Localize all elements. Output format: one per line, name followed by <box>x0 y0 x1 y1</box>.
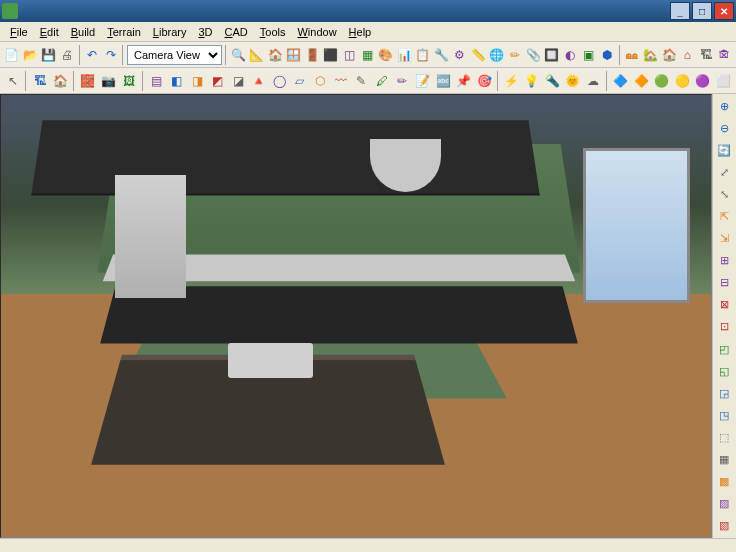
layout-icon[interactable]: ◰ <box>713 339 735 360</box>
tool-icon[interactable]: 🎯 <box>474 70 493 92</box>
pen-icon[interactable]: 🖊 <box>372 70 391 92</box>
3d-viewport[interactable] <box>0 94 712 538</box>
camera-icon[interactable]: 📷 <box>99 70 118 92</box>
tool-icon[interactable]: 🔶 <box>631 70 650 92</box>
view-icon[interactable]: ⊠ <box>713 294 735 315</box>
layout-icon[interactable]: ◳ <box>713 405 735 426</box>
zoom-out-icon[interactable]: ⊖ <box>713 118 735 139</box>
pattern-icon[interactable]: ▩ <box>713 471 735 492</box>
menu-window[interactable]: Window <box>291 24 342 40</box>
layout-icon[interactable]: ◲ <box>713 383 735 404</box>
tool-icon[interactable]: 🔦 <box>543 70 562 92</box>
tool-icon[interactable]: 🏗 <box>30 70 49 92</box>
light-icon[interactable]: ⚡ <box>502 70 521 92</box>
house-icon[interactable]: 🏚 <box>716 44 733 66</box>
tool-icon[interactable]: 🟣 <box>693 70 712 92</box>
tool-icon[interactable]: ▣ <box>580 44 597 66</box>
menu-cad[interactable]: CAD <box>219 24 254 40</box>
tool-icon[interactable]: ◧ <box>167 70 186 92</box>
pencil-icon[interactable]: ✎ <box>351 70 370 92</box>
tool-icon[interactable]: 🔺 <box>249 70 268 92</box>
grid-icon[interactable]: ⊟ <box>713 272 735 293</box>
house-icon[interactable]: 🏡 <box>642 44 659 66</box>
light-icon[interactable]: 💡 <box>522 70 541 92</box>
menu-file[interactable]: File <box>4 24 34 40</box>
refresh-icon[interactable]: 🔄 <box>713 140 735 161</box>
layout-icon[interactable]: ◱ <box>713 361 735 382</box>
new-icon[interactable]: 📄 <box>3 44 20 66</box>
tool-icon[interactable]: ⚙ <box>451 44 468 66</box>
tool-icon[interactable]: ▤ <box>147 70 166 92</box>
tool-icon[interactable]: ⬛ <box>322 44 339 66</box>
tool-icon[interactable]: 📋 <box>414 44 431 66</box>
tool-icon[interactable]: ◩ <box>208 70 227 92</box>
menu-3d[interactable]: 3D <box>192 24 218 40</box>
menu-tools[interactable]: Tools <box>254 24 292 40</box>
pattern-icon[interactable]: ⬚ <box>713 427 735 448</box>
redo-icon[interactable]: ↷ <box>102 44 119 66</box>
tool-icon[interactable]: 📎 <box>525 44 542 66</box>
tool-icon[interactable]: 🚪 <box>304 44 321 66</box>
house-icon[interactable]: 🏗 <box>697 44 714 66</box>
minimize-button[interactable]: _ <box>670 2 690 20</box>
expand-icon[interactable]: ⤢ <box>713 162 735 183</box>
tool-icon[interactable]: 📝 <box>413 70 432 92</box>
pin-icon[interactable]: 📌 <box>454 70 473 92</box>
tool-icon[interactable]: 📐 <box>248 44 265 66</box>
menu-help[interactable]: Help <box>343 24 378 40</box>
collapse-icon[interactable]: ⤡ <box>713 184 735 205</box>
menu-build[interactable]: Build <box>65 24 101 40</box>
tool-icon[interactable]: ⬡ <box>310 70 329 92</box>
pattern-icon[interactable]: ▨ <box>713 493 735 514</box>
tool-icon[interactable]: ◫ <box>340 44 357 66</box>
tool-icon[interactable]: ▦ <box>359 44 376 66</box>
pattern-icon[interactable]: ▦ <box>713 449 735 470</box>
menu-library[interactable]: Library <box>147 24 193 40</box>
tool-icon[interactable]: 🟡 <box>672 70 691 92</box>
select-icon[interactable]: ↖ <box>3 70 22 92</box>
tool-icon[interactable]: 🟢 <box>652 70 671 92</box>
house-icon[interactable]: 🏠 <box>660 44 677 66</box>
tool-icon[interactable]: 🏠 <box>51 70 70 92</box>
save-icon[interactable]: 💾 <box>40 44 57 66</box>
tool-icon[interactable]: 🔲 <box>543 44 560 66</box>
tool-icon[interactable]: ◨ <box>188 70 207 92</box>
menu-terrain[interactable]: Terrain <box>101 24 147 40</box>
tool-icon[interactable]: 🪟 <box>285 44 302 66</box>
undo-icon[interactable]: ↶ <box>83 44 100 66</box>
pattern-icon[interactable]: ▧ <box>713 515 735 536</box>
tool-icon[interactable]: ✏ <box>392 70 411 92</box>
tool-icon[interactable]: 〰 <box>331 70 350 92</box>
open-icon[interactable]: 📂 <box>21 44 38 66</box>
tool-icon[interactable]: 🔧 <box>432 44 449 66</box>
tool-icon[interactable]: ◪ <box>228 70 247 92</box>
tool-icon[interactable]: ⬜ <box>713 70 732 92</box>
tool-icon[interactable]: ✏ <box>506 44 523 66</box>
maximize-button[interactable]: □ <box>692 2 712 20</box>
tool-icon[interactable]: 🌐 <box>488 44 505 66</box>
tool-icon[interactable]: ⬢ <box>598 44 615 66</box>
menu-edit[interactable]: Edit <box>34 24 65 40</box>
tool-icon[interactable]: ◯ <box>269 70 288 92</box>
tool-icon[interactable]: ▱ <box>290 70 309 92</box>
house-icon[interactable]: ⌂ <box>679 44 696 66</box>
house-icon[interactable]: 🏘 <box>623 44 640 66</box>
view-icon[interactable]: ⇲ <box>713 228 735 249</box>
text-icon[interactable]: 🔤 <box>433 70 452 92</box>
tool-icon[interactable]: 🖼 <box>119 70 138 92</box>
view-icon[interactable]: ⊡ <box>713 316 735 337</box>
print-icon[interactable]: 🖨 <box>58 44 75 66</box>
tool-icon[interactable]: 🧱 <box>78 70 97 92</box>
grid-icon[interactable]: ⊞ <box>713 250 735 271</box>
tool-icon[interactable]: ◐ <box>561 44 578 66</box>
tool-icon[interactable]: 🎨 <box>377 44 394 66</box>
tool-icon[interactable]: 🔍 <box>230 44 247 66</box>
tool-icon[interactable]: 📊 <box>396 44 413 66</box>
close-button[interactable]: ✕ <box>714 2 734 20</box>
camera-view-select[interactable]: Camera View Set <box>127 45 222 65</box>
zoom-in-icon[interactable]: ⊕ <box>713 96 735 117</box>
tool-icon[interactable]: 📏 <box>469 44 486 66</box>
cloud-icon[interactable]: ☁ <box>584 70 603 92</box>
sun-icon[interactable]: 🌞 <box>563 70 582 92</box>
tool-icon[interactable]: 🔷 <box>611 70 630 92</box>
